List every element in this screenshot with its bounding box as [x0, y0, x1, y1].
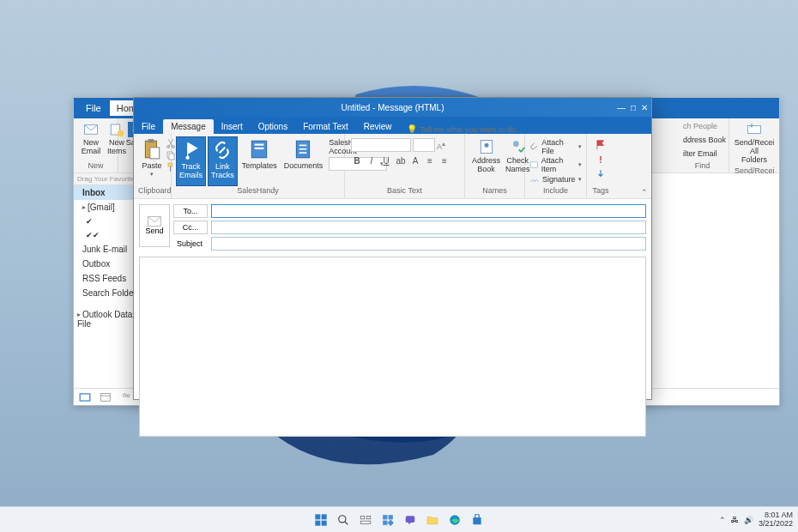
tray-network-icon[interactable]: 🖧: [731, 516, 739, 524]
compose-tab-format[interactable]: Format Text: [295, 119, 356, 134]
search-icon: [337, 514, 349, 526]
search-button[interactable]: [334, 511, 353, 529]
svg-rect-39: [360, 516, 365, 519]
address-book-button[interactable]: Address Book: [469, 136, 503, 186]
subject-label: Subject: [173, 238, 208, 250]
taskbar-clock[interactable]: 8:01 AM 3/21/2022: [759, 511, 793, 529]
tell-me-input[interactable]: [420, 125, 558, 134]
widgets-button[interactable]: [378, 511, 397, 529]
font-color-button[interactable]: A: [409, 156, 421, 166]
underline-button[interactable]: U: [380, 156, 392, 166]
filter-email-link[interactable]: ilter Email: [681, 148, 723, 159]
svg-point-8: [127, 394, 130, 396]
svg-point-29: [513, 141, 519, 147]
calendar-nav-icon[interactable]: [100, 391, 112, 403]
compose-tab-insert[interactable]: Insert: [214, 119, 251, 134]
include-group-label: Include: [529, 186, 582, 196]
send-button[interactable]: Send: [139, 204, 170, 247]
svg-rect-12: [150, 148, 160, 159]
minimize-button[interactable]: —: [617, 103, 626, 112]
documents-button[interactable]: Documents: [281, 136, 326, 186]
check-names-icon: [509, 138, 526, 155]
font-name-input[interactable]: [351, 138, 411, 152]
send-receive-button[interactable]: Send/Recei All Folders: [735, 120, 774, 166]
svg-rect-43: [389, 515, 393, 519]
attach-item-button[interactable]: Attach Item▾: [529, 156, 582, 173]
follow-up-flag-icon[interactable]: [595, 139, 607, 151]
signature-button[interactable]: Signature▾: [529, 174, 582, 184]
track-emails-button[interactable]: Track Emails: [176, 136, 206, 186]
tab-file[interactable]: File: [79, 100, 108, 116]
people-nav-icon[interactable]: [120, 391, 132, 403]
paste-button[interactable]: Paste ▾: [138, 136, 166, 186]
svg-rect-34: [322, 514, 327, 519]
paste-label: Paste: [142, 162, 161, 171]
tray-volume-icon[interactable]: 🔊: [744, 516, 753, 524]
svg-rect-41: [360, 521, 371, 524]
edge-button[interactable]: [445, 511, 464, 529]
svg-rect-24: [299, 145, 307, 147]
edge-icon: [449, 514, 461, 526]
mail-nav-icon[interactable]: [79, 391, 91, 403]
svg-rect-30: [530, 162, 537, 167]
italic-button[interactable]: I: [366, 156, 378, 166]
svg-rect-26: [299, 152, 307, 154]
taskbar: ⌃ 🖧 🔊 8:01 AM 3/21/2022: [0, 506, 798, 532]
signature-label: Signature: [542, 175, 576, 184]
start-button[interactable]: [311, 511, 330, 529]
to-button[interactable]: To...: [173, 204, 208, 218]
explorer-button[interactable]: [423, 511, 442, 529]
all-folders-label: All Folders: [738, 148, 771, 165]
templates-button[interactable]: Templates: [239, 136, 280, 186]
search-people-input[interactable]: ch People: [681, 120, 723, 132]
compose-tab-options[interactable]: Options: [251, 119, 295, 134]
bold-button[interactable]: B: [351, 156, 363, 166]
address-book-link[interactable]: ddress Book: [681, 135, 723, 145]
svg-rect-21: [255, 144, 264, 146]
new-email-button[interactable]: New Email: [79, 120, 103, 158]
high-importance-icon[interactable]: !: [595, 154, 607, 166]
names-group-label: Names: [469, 186, 520, 196]
low-importance-icon[interactable]: [595, 168, 607, 180]
close-button[interactable]: ✕: [641, 103, 648, 112]
collapse-ribbon-button[interactable]: ⌃: [641, 188, 648, 196]
svg-line-38: [345, 521, 348, 524]
compose-tab-file[interactable]: File: [134, 119, 163, 134]
folder-icon: [426, 514, 438, 526]
attach-item-icon: [529, 160, 539, 170]
compose-ribbon: Paste ▾ Clipboard Track Emails: [134, 134, 651, 199]
svg-point-7: [124, 393, 127, 396]
svg-rect-36: [322, 520, 327, 525]
basic-text-group-label: Basic Text: [349, 186, 460, 196]
svg-rect-35: [315, 520, 320, 525]
chat-button[interactable]: [401, 511, 420, 529]
highlight-button[interactable]: ab: [395, 156, 407, 166]
new-group-label: New: [79, 161, 112, 171]
store-button[interactable]: [468, 511, 487, 529]
maximize-button[interactable]: □: [631, 103, 636, 112]
grow-font-icon[interactable]: A▴: [437, 140, 445, 151]
paperclip-icon: [529, 142, 539, 152]
cc-button[interactable]: Cc...: [173, 221, 208, 234]
send-icon: [148, 216, 161, 227]
subject-input[interactable]: [211, 237, 646, 251]
link-tracks-label: Link Tracks: [211, 163, 234, 180]
link-tracks-button[interactable]: Link Tracks: [208, 136, 238, 186]
numbering-button[interactable]: ≡: [438, 156, 450, 166]
message-body-editor[interactable]: [139, 257, 646, 437]
svg-rect-18: [170, 166, 171, 172]
track-emails-icon: [180, 139, 203, 161]
task-view-button[interactable]: [356, 511, 375, 529]
to-input[interactable]: [211, 204, 646, 218]
tell-me-box[interactable]: 💡: [400, 124, 651, 134]
font-size-input[interactable]: [413, 138, 435, 152]
tray-chevron-icon[interactable]: ⌃: [719, 516, 726, 524]
windows-icon: [314, 513, 328, 527]
compose-tab-message[interactable]: Message: [163, 119, 214, 134]
bullets-button[interactable]: ≡: [424, 156, 436, 166]
compose-tab-review[interactable]: Review: [356, 119, 400, 134]
attach-file-button[interactable]: Attach File▾: [529, 138, 582, 155]
cc-input[interactable]: [211, 221, 646, 234]
signature-icon: [529, 174, 540, 184]
compose-title-text: Untitled - Message (HTML): [341, 103, 444, 112]
